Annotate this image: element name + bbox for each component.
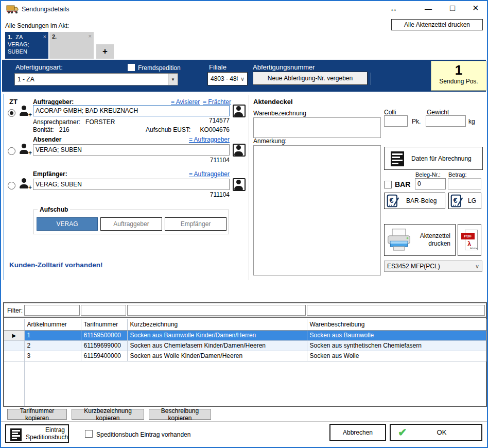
tab1-close-icon[interactable]: × xyxy=(43,33,46,40)
filiale-chevron-icon[interactable]: ∨ xyxy=(238,76,247,82)
tab2-close-icon[interactable]: × xyxy=(89,33,92,39)
aufschub-auftraggeber-button[interactable]: Auftraggeber xyxy=(100,217,162,231)
absender-auftraggeber-link[interactable]: = Auftraggeber xyxy=(172,136,230,143)
auftraggeber-radio[interactable] xyxy=(8,109,15,117)
bar-label: BAR xyxy=(395,180,410,188)
filter-kurzbezeichnung-input[interactable] xyxy=(127,305,306,316)
speditionsbuch-checkbox[interactable] xyxy=(85,430,93,438)
aufschub-empfaenger-button[interactable]: Empfänger xyxy=(165,217,226,231)
aktenzettel-drucken-button[interactable]: Aktenzetteldrucken xyxy=(384,224,456,256)
cell-artikelnummer[interactable]: 1 xyxy=(24,330,81,340)
copy-kurzbezeichnung-button[interactable]: Kurzbezeichnung kopieren xyxy=(72,409,144,420)
document-lines-icon xyxy=(10,428,22,441)
table-row[interactable]: ▶ 1 61159500000 Socken aus Baumwolle Kin… xyxy=(4,330,486,340)
maximize-button[interactable]: □ xyxy=(450,3,455,13)
col-artikelnummer[interactable]: Artikelnummer xyxy=(24,319,81,330)
aufschub-verag-button[interactable]: VERAG xyxy=(37,217,98,231)
tab2-number: 2. xyxy=(52,33,57,40)
filter-warenbeschreibung-input[interactable] xyxy=(307,305,485,316)
resize-icon[interactable]: ↔ xyxy=(390,4,397,13)
current-row-marker-icon: ▶ xyxy=(4,330,24,340)
eintrag-speditionsbuch-button[interactable]: EintragSpeditionsbuch xyxy=(5,424,69,443)
printer-icon xyxy=(386,228,412,252)
gewicht-input[interactable] xyxy=(426,115,466,127)
pdf-button[interactable]: PDF λ Adobe xyxy=(458,224,481,256)
lg-button[interactable]: € LG xyxy=(448,193,481,209)
colli-input[interactable] xyxy=(384,115,408,127)
filiale-select[interactable]: 4803 - 480 ∨ xyxy=(207,72,248,85)
cell-artikelnummer[interactable]: 2 xyxy=(24,340,81,351)
tab-shipment-2[interactable]: 2. × xyxy=(49,32,94,59)
cell-tarifnummer[interactable]: 61159400000 xyxy=(81,351,127,361)
fremdspedition-label: Fremdspedition xyxy=(138,64,181,72)
fremdspedition-checkbox[interactable] xyxy=(128,64,135,71)
printer-select[interactable]: ES3452 MFP(PCL) ∨ xyxy=(384,261,482,272)
filter-artikelnummer-input[interactable] xyxy=(24,305,80,316)
truck-icon xyxy=(6,5,19,14)
warenbezeichnung-textarea[interactable] xyxy=(253,117,381,138)
avisierer-link[interactable]: = Avisierer xyxy=(171,98,200,106)
close-button[interactable]: × xyxy=(473,2,479,14)
beleg-nr-input[interactable] xyxy=(415,178,446,189)
cell-kurzbezeichnung[interactable]: Socken aus Chemiefasern Kinder/Damen/Hee… xyxy=(127,340,307,351)
daten-abrechnung-button[interactable]: Daten für Abrechnung xyxy=(384,147,483,170)
ok-button[interactable]: ✔ OK xyxy=(390,424,482,441)
absender-lookup-button[interactable] xyxy=(233,144,246,157)
bar-checkbox[interactable] xyxy=(384,181,392,188)
cell-tarifnummer[interactable]: 61159699000 xyxy=(81,340,127,351)
auftraggeber-input[interactable] xyxy=(33,105,230,116)
aufschub-groupbox: Aufschub VERAG Auftraggeber Empfänger xyxy=(33,210,229,234)
col-kurzbezeichnung[interactable]: Kurzbezeichnung xyxy=(127,319,307,330)
person-icon xyxy=(234,180,245,190)
combo-arrow-icon[interactable]: ▾ xyxy=(168,74,178,85)
betrag-input[interactable] xyxy=(448,178,481,189)
table-row[interactable]: 2 61159699000 Socken aus Chemiefasern Ki… xyxy=(4,340,486,351)
zolltarif-note: Kunden-Zolltarif vorhanden! xyxy=(9,261,103,269)
col-tarifnummer[interactable]: Tarifnummer xyxy=(81,319,127,330)
col-warenbeschreibung[interactable]: Warenbeschreibung xyxy=(307,319,486,330)
printer-chevron-icon[interactable]: ∨ xyxy=(473,263,482,270)
table-row[interactable]: 3 61159400000 Socken aus Wolle Kinder/Da… xyxy=(4,351,486,361)
print-all-aktenzettel-button[interactable]: Alle Aktenzettel drucken xyxy=(391,19,483,30)
absender-radio[interactable] xyxy=(8,147,15,155)
add-shipment-button[interactable]: + xyxy=(96,44,114,59)
absender-input[interactable] xyxy=(33,144,230,156)
empfaenger-input[interactable] xyxy=(33,179,230,190)
articles-table: Artikelnummer Tarifnummer Kurzbezeichnun… xyxy=(4,319,486,361)
empfaenger-radio[interactable] xyxy=(8,182,15,189)
abfertigungsart-select[interactable]: 1 - ZA ▾ xyxy=(14,73,178,85)
tab-shipment-1[interactable]: 1. ZA VERAG; SUBEN × xyxy=(5,32,48,59)
window-title: Sendungsdetails xyxy=(22,6,69,13)
cancel-button[interactable]: Abbrechen xyxy=(329,424,386,441)
left-panel-edge xyxy=(3,94,4,280)
empfaenger-lookup-button[interactable] xyxy=(233,178,246,191)
add-auftraggeber-person-icon[interactable]: + xyxy=(20,106,30,116)
minimize-button[interactable]: — xyxy=(425,5,432,13)
tab1-number: 1. xyxy=(8,34,12,40)
fraechter-link[interactable]: = Frächter xyxy=(203,98,231,106)
add-empfaenger-person-icon[interactable]: + xyxy=(20,178,30,188)
copy-beschreibung-button[interactable]: Beschreibung kopieren xyxy=(149,409,211,420)
check-icon: ✔ xyxy=(398,426,407,439)
sendung-pos-box: 1 Sendung Pos. xyxy=(431,61,486,91)
cell-tarifnummer[interactable]: 61159500000 xyxy=(81,330,127,340)
tab1-line2: VERAG; xyxy=(8,41,29,47)
cell-warenbeschreibung[interactable]: Socken aus Baumwolle xyxy=(307,330,486,340)
cell-artikelnummer[interactable]: 3 xyxy=(24,351,81,361)
absender-number: 711104 xyxy=(33,157,230,164)
cell-kurzbezeichnung[interactable]: Socken aus Wolle Kinder/Damen/Heeren xyxy=(127,351,307,361)
articles-grid-panel: Filter: Artikelnummer Tarifnummer Kurzbe… xyxy=(3,302,487,407)
filter-tarifnummer-input[interactable] xyxy=(81,305,126,316)
neue-abfertigungsnummer-button[interactable]: Neue Abfertigung-Nr. vergeben xyxy=(253,72,368,85)
cell-kurzbezeichnung[interactable]: Socken aus Baumwolle Kinder/Damen/Herren xyxy=(127,330,307,340)
anmerkung-textarea[interactable] xyxy=(253,145,381,275)
bar-beleg-button[interactable]: € BAR-Beleg xyxy=(384,193,445,209)
empfaenger-auftraggeber-link[interactable]: = Auftraggeber xyxy=(172,170,230,178)
sendungsdetails-window: Sendungsdetails ↔ — □ × Alle Sendungen i… xyxy=(0,0,488,448)
cell-warenbeschreibung[interactable]: Socken aus synthetischen Chemiefasern xyxy=(307,340,486,351)
abfertigungsart-value: 1 - ZA xyxy=(15,76,168,83)
add-absender-person-icon[interactable]: + xyxy=(20,144,30,154)
cell-warenbeschreibung[interactable]: Socken aus Wolle xyxy=(307,351,486,361)
auftraggeber-lookup-button[interactable] xyxy=(233,105,246,117)
copy-tarifnummer-button[interactable]: Tarifnummer kopieren xyxy=(7,409,67,420)
